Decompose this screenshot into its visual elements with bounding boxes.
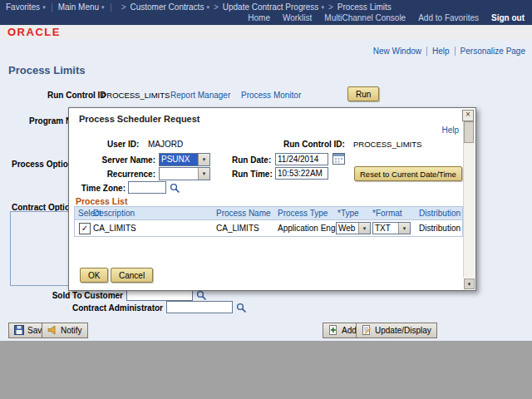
process-list-title: Process List: [76, 196, 127, 206]
nav-worklist-link[interactable]: Worklist: [283, 13, 312, 22]
contract-administrator-input[interactable]: [166, 301, 233, 313]
format-select[interactable]: TXT ▼: [372, 222, 411, 234]
update-display-button[interactable]: Update/Display: [356, 323, 437, 338]
recurrence-value: [160, 168, 198, 180]
dropdown-arrow-icon[interactable]: ▼: [358, 223, 370, 234]
header-process-name: Process Name: [216, 209, 271, 218]
nav-update-contract-progress[interactable]: Update Contract Progress ▾: [223, 2, 324, 12]
dialog-title: Process Scheduler Request: [79, 114, 200, 124]
breadcrumb-separator-icon: >: [214, 2, 219, 12]
notify-button[interactable]: Notify: [42, 323, 88, 338]
notify-button-label: Notify: [61, 326, 82, 335]
nav-multichannel-console-link[interactable]: MultiChannel Console: [324, 13, 406, 22]
run-date-input[interactable]: [275, 153, 328, 165]
nav-process-limits-label: Process Limits: [337, 2, 392, 12]
recurrence-select[interactable]: ▼: [159, 167, 210, 180]
sold-to-customer-label: Sold To Customer: [25, 291, 123, 300]
time-zone-input[interactable]: [128, 181, 166, 194]
nav-sign-out-link[interactable]: Sign out: [491, 13, 525, 22]
run-button[interactable]: Run: [347, 86, 379, 101]
dialog-run-control-id-value: PROCESS_LIMITS: [353, 140, 421, 149]
run-date-label: Run Date:: [232, 155, 271, 165]
dialog-run-control-id-label: Run Control ID:: [283, 140, 345, 149]
calendar-icon[interactable]: [332, 153, 345, 165]
save-icon: [14, 325, 24, 337]
nav-process-limits: Process Limits: [337, 2, 392, 12]
select-checkbox[interactable]: ✓: [79, 223, 91, 234]
dropdown-arrow-icon[interactable]: ▼: [198, 168, 209, 180]
chevron-down-icon: ▾: [101, 4, 105, 11]
user-id-value: MAJORD: [148, 140, 183, 149]
nav-customer-contracts[interactable]: Customer Contracts ▾: [130, 2, 209, 12]
process-monitor-link[interactable]: Process Monitor: [241, 91, 301, 100]
distribution-link[interactable]: Distribution: [419, 224, 461, 233]
process-list-grid: Select Description Process Name Process …: [74, 206, 463, 237]
time-zone-lookup-icon[interactable]: [170, 182, 180, 193]
breadcrumb: Favorites ▾ Main Menu ▾ > Customer Contr…: [6, 2, 392, 12]
nav-divider: [52, 3, 52, 12]
header-description: Description: [93, 209, 135, 218]
nav-main-menu-label: Main Menu: [58, 2, 99, 12]
run-control-id-value: PROCESS_LIMITS: [101, 91, 170, 100]
nav-main-menu[interactable]: Main Menu ▾: [58, 2, 105, 12]
nav-customer-contracts-label: Customer Contracts: [130, 2, 204, 12]
header-type: *Type: [337, 209, 359, 218]
chevron-down-icon: ▾: [321, 4, 324, 11]
nav-add-to-favorites-link[interactable]: Add to Favorites: [418, 13, 479, 22]
user-id-label: User ID:: [107, 140, 139, 149]
contract-administrator-lookup-icon[interactable]: [236, 302, 247, 313]
format-value: TXT: [373, 223, 398, 234]
dialog-help-link[interactable]: Help: [441, 126, 459, 135]
top-links: Home Worklist MultiChannel Console Add t…: [248, 13, 525, 22]
time-zone-label: Time Zone:: [76, 184, 126, 193]
nav-favorites-label: Favorites: [6, 2, 40, 12]
contract-administrator-label: Contract Administrator: [25, 303, 163, 313]
server-name-label: Server Name:: [76, 155, 155, 165]
run-control-id-label: Run Control ID: [47, 91, 106, 100]
scrollbar-thumb[interactable]: [464, 121, 474, 143]
header-distribution: Distribution: [419, 209, 461, 218]
type-value: Web: [337, 223, 358, 234]
help-link[interactable]: Help: [427, 47, 456, 56]
oracle-logo: ORACLE: [7, 26, 61, 38]
grid-header-row: Select Description Process Name Process …: [75, 207, 462, 220]
notify-icon: [47, 325, 57, 337]
process-scheduler-request-dialog: Process Scheduler Request × Help User ID…: [68, 107, 476, 291]
chevron-down-icon: ▾: [206, 4, 209, 11]
report-manager-link[interactable]: Report Manager: [170, 91, 230, 100]
dropdown-arrow-icon[interactable]: ▼: [198, 154, 209, 165]
ok-button[interactable]: OK: [80, 268, 108, 283]
server-name-select[interactable]: PSUNX ▼: [159, 153, 210, 166]
nav-update-contract-progress-label: Update Contract Progress: [223, 2, 319, 12]
utility-links: New Window Help Personalize Page: [368, 47, 525, 56]
header-process-type: Process Type: [278, 209, 328, 218]
cell-process-name: CA_LIMITS: [216, 224, 259, 233]
breadcrumb-separator-icon: >: [328, 2, 333, 12]
dropdown-arrow-icon[interactable]: ▼: [398, 223, 410, 234]
screen: Favorites ▾ Main Menu ▾ > Customer Contr…: [0, 0, 532, 399]
new-window-link[interactable]: New Window: [368, 47, 427, 56]
top-nav-bar: Favorites ▾ Main Menu ▾ > Customer Contr…: [0, 0, 532, 25]
nav-divider: [111, 3, 111, 12]
nav-favorites[interactable]: Favorites ▾: [6, 2, 46, 12]
add-button-label: Add: [342, 326, 357, 335]
nav-home-link[interactable]: Home: [248, 13, 270, 22]
reset-date-time-button[interactable]: Reset to Current Date/Time: [354, 166, 462, 181]
update-display-icon: [362, 325, 372, 337]
update-display-button-label: Update/Display: [375, 326, 431, 335]
close-icon[interactable]: ×: [462, 110, 474, 121]
process-row: ✓ CA_LIMITS CA_LIMITS Application Engine…: [75, 220, 462, 236]
scroll-down-icon[interactable]: ▼: [464, 278, 475, 289]
run-time-label: Run Time:: [232, 170, 273, 179]
add-icon: [328, 325, 338, 337]
personalize-page-link[interactable]: Personalize Page: [456, 47, 525, 56]
server-name-value: PSUNX: [160, 154, 198, 165]
cancel-button[interactable]: Cancel: [111, 268, 153, 283]
dialog-scrollbar[interactable]: [463, 121, 475, 278]
recurrence-label: Recurrence:: [76, 170, 155, 179]
logo-band: ORACLE: [0, 25, 532, 40]
header-format: *Format: [372, 209, 402, 218]
run-time-input[interactable]: [275, 167, 328, 180]
type-select[interactable]: Web ▼: [336, 222, 371, 234]
breadcrumb-separator-icon: >: [121, 2, 126, 12]
